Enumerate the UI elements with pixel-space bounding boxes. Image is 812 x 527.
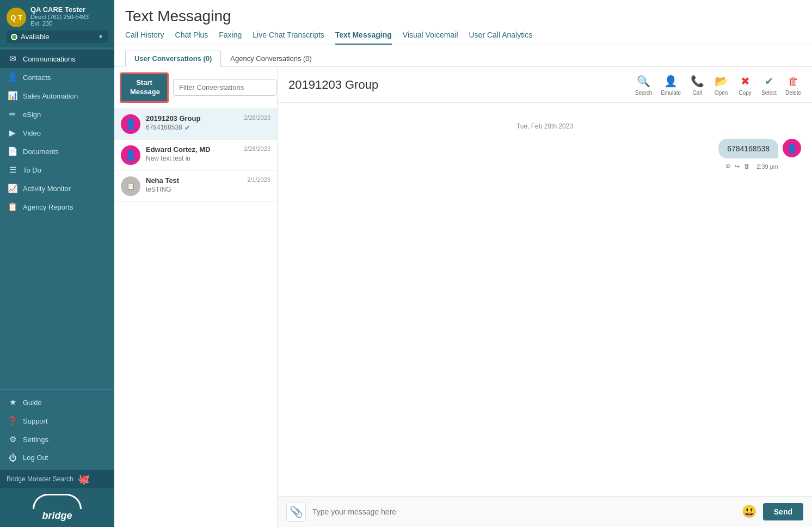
sidebar-item-guide[interactable]: ★ Guide (0, 393, 114, 412)
reports-icon: 📋 (8, 202, 17, 212)
copy-icon: ✖ (737, 73, 753, 89)
emulate-label: Emulate (661, 90, 681, 96)
select-icon: ✔ (761, 73, 777, 89)
search-icon: 🔍 (636, 73, 651, 89)
sidebar-label-video: Video (23, 129, 41, 137)
conv-avatar-2: 👤 (121, 145, 140, 165)
message-time: 2:39 pm (756, 163, 778, 170)
activity-icon: 📈 (8, 183, 17, 193)
user-info-section: Q T QA CARE Tester Direct (762) 250-5483… (0, 0, 114, 47)
sidebar-item-activity-monitor[interactable]: 📈 Activity Monitor (0, 179, 114, 198)
conv-info-2: Edward Cortez, MD New text test in (146, 145, 238, 162)
chat-action-call[interactable]: 📞 Call (690, 73, 705, 96)
nav-bottom: ★ Guide ❓ Support ⚙ Settings ⏻ Log Out (0, 389, 114, 470)
sidebar-label-documents: Documents (23, 148, 59, 156)
chat-action-delete[interactable]: 🗑 Delete (785, 73, 801, 96)
message-meta-1: ⧉ ↪ 🗑 2:39 pm (726, 163, 778, 170)
message-wrapper-1: 6784168538 ⧉ ↪ 🗑 2:39 pm 👤 (288, 139, 801, 170)
conversation-item-3[interactable]: 📋 Neha Test teSTING 2/1/2023 (114, 171, 277, 202)
contacts-icon: 👤 (8, 72, 17, 82)
todo-icon: ☰ (8, 165, 17, 175)
chat-action-emulate[interactable]: 👤 Emulate (661, 73, 681, 96)
main-content: Text Messaging Call History Chat Plus Fa… (114, 0, 812, 527)
message-avatar: 👤 (783, 139, 801, 157)
tab-chat-plus[interactable]: Chat Plus (175, 30, 208, 45)
sub-tabs: User Conversations (0) Agency Conversati… (114, 45, 812, 67)
sidebar-item-logout[interactable]: ⏻ Log Out (0, 449, 114, 467)
chat-action-copy[interactable]: ✖ Copy (737, 73, 753, 96)
copy-msg-icon[interactable]: ⧉ (726, 163, 730, 170)
sidebar-item-settings[interactable]: ⚙ Settings (0, 430, 114, 449)
sidebar-item-documents[interactable]: 📄 Documents (0, 142, 114, 161)
chat-action-search[interactable]: 🔍 Search (635, 73, 653, 96)
chat-header: 20191203 Group 🔍 Search 👤 Emulate 📞 Call (278, 67, 812, 103)
bridge-monster-search[interactable]: Bridge Monster Search 🐙 (0, 470, 114, 488)
sidebar-label-logout: Log Out (23, 454, 48, 462)
sidebar-label-sales: Sales Automation (23, 92, 78, 100)
sidebar-item-contacts[interactable]: 👤 Contacts (0, 68, 114, 87)
chat-actions: 🔍 Search 👤 Emulate 📞 Call 📂 Open (635, 73, 801, 96)
settings-icon: ⚙ (8, 434, 17, 444)
tab-visual-voicemail[interactable]: Visual Voicemail (403, 30, 458, 45)
esign-icon: ✏ (8, 109, 17, 119)
sub-tab-user-conversations[interactable]: User Conversations (0) (125, 51, 221, 67)
conv-date-1: 2/28/2023 (244, 114, 270, 121)
status-text: Available (21, 33, 98, 41)
bridge-monster-icon: 🐙 (78, 473, 90, 485)
start-message-button[interactable]: Start Message (120, 72, 169, 103)
user-direct: Direct (762) 250-5483 (30, 14, 89, 20)
status-bar[interactable]: Available ▼ (7, 30, 108, 43)
main-tabs: Call History Chat Plus Faxing Live Chat … (125, 30, 801, 45)
tab-faxing[interactable]: Faxing (219, 30, 242, 45)
sidebar-item-todo[interactable]: ☰ To Do (0, 161, 114, 179)
message-input[interactable] (312, 507, 735, 516)
sales-icon: 📊 (8, 91, 17, 101)
chat-input-bar: 📎 😃 Send (278, 496, 812, 527)
sidebar-item-communications[interactable]: ✉ Communications (0, 50, 114, 68)
sidebar-label-esign: eSign (23, 111, 41, 119)
conversation-item-1[interactable]: 👤 20191203 Group 6784168538 ✔ 2/28/2023 (114, 109, 277, 140)
sidebar-label-contacts: Contacts (23, 73, 51, 82)
tab-text-messaging[interactable]: Text Messaging (335, 30, 392, 45)
user-ext: Ext. 230 (30, 20, 89, 27)
guide-icon: ★ (8, 397, 17, 407)
sidebar-item-video[interactable]: ▶ Video (0, 124, 114, 142)
filter-input[interactable] (173, 79, 276, 96)
tab-live-chat-transcripts[interactable]: Live Chat Transcripts (253, 30, 324, 45)
bridge-monster-label: Bridge Monster Search (7, 475, 73, 483)
forward-msg-icon[interactable]: ↪ (735, 163, 740, 170)
sidebar-label-communications: Communications (23, 55, 76, 63)
conv-date-2: 2/28/2023 (244, 145, 270, 152)
top-nav: Text Messaging Call History Chat Plus Fa… (114, 0, 812, 45)
delete-msg-icon[interactable]: 🗑 (744, 163, 750, 170)
sidebar-item-support[interactable]: ❓ Support (0, 412, 114, 430)
chat-action-open[interactable]: 📂 Open (713, 73, 729, 96)
conv-info-1: 20191203 Group 6784168538 ✔ (146, 114, 238, 132)
status-dropdown-arrow: ▼ (98, 34, 103, 40)
tab-call-history[interactable]: Call History (125, 30, 164, 45)
send-button[interactable]: Send (763, 503, 803, 520)
chat-messages: Tue, Feb 28th 2023 6784168538 ⧉ ↪ 🗑 2:39… (278, 103, 812, 496)
sidebar-label-activity: Activity Monitor (23, 185, 71, 193)
conv-avatar-3: 📋 (121, 176, 140, 196)
conv-sub-1: 6784168538 ✔ (146, 124, 238, 132)
open-icon: 📂 (713, 73, 729, 89)
sub-tab-agency-conversations[interactable]: Agency Conversations (0) (221, 51, 321, 66)
open-label: Open (715, 90, 728, 96)
conv-sub-2: New text test in (146, 155, 238, 162)
bridge-logo-text: bridge (5, 510, 109, 522)
bridge-logo: bridge (0, 488, 114, 527)
tab-user-call-analytics[interactable]: User Call Analytics (469, 30, 533, 45)
sidebar-item-agency-reports[interactable]: 📋 Agency Reports (0, 198, 114, 216)
sidebar-item-sales-automation[interactable]: 📊 Sales Automation (0, 87, 114, 105)
conv-sub-3: teSTING (146, 186, 242, 193)
conversation-item-2[interactable]: 👤 Edward Cortez, MD New text test in 2/2… (114, 140, 277, 171)
attach-button[interactable]: 📎 (286, 502, 306, 522)
delete-label: Delete (785, 90, 801, 96)
chat-action-select[interactable]: ✔ Select (761, 73, 777, 96)
sidebar-label-reports: Agency Reports (23, 203, 73, 211)
emoji-button[interactable]: 😃 (742, 505, 756, 519)
sidebar-label-settings: Settings (23, 436, 48, 444)
sidebar-item-esign[interactable]: ✏ eSign (0, 105, 114, 124)
conv-date-3: 2/1/2023 (247, 176, 270, 183)
